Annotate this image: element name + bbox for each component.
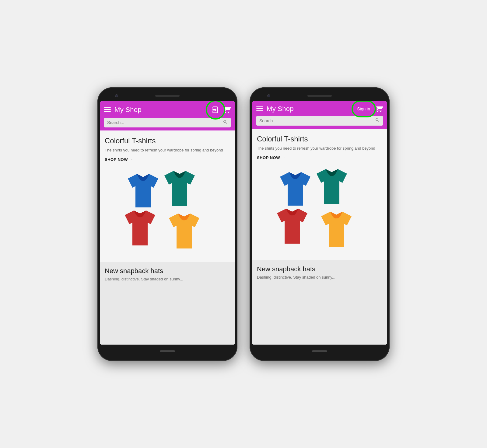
tshirts-image-area-2 bbox=[252, 163, 387, 260]
hero-title-2: Colorful T-shirts bbox=[257, 135, 382, 143]
phone-1-title-row: My Shop bbox=[104, 105, 231, 115]
search-bar[interactable] bbox=[104, 118, 231, 127]
phone-1-title-left: My Shop bbox=[104, 106, 142, 114]
phone-1-camera bbox=[115, 94, 118, 97]
app-title: My Shop bbox=[114, 106, 142, 114]
cart-icon-button[interactable] bbox=[223, 106, 231, 113]
cart-svg-2 bbox=[376, 105, 383, 113]
phone-1-bottom-bar bbox=[100, 346, 235, 357]
hamburger-menu-icon-2[interactable] bbox=[256, 106, 263, 111]
phone-2-speaker bbox=[307, 95, 332, 97]
phone-2-home-btn[interactable] bbox=[312, 350, 327, 352]
phone-1-header: My Shop bbox=[100, 101, 235, 130]
bottom-subtitle: Dashing, distinctive. Stay shaded on sun… bbox=[105, 277, 230, 281]
tshirts-image-area bbox=[100, 165, 235, 262]
phone-1-speaker bbox=[155, 95, 180, 97]
phone-1-actions bbox=[211, 105, 231, 115]
cart-icon-button-2[interactable] bbox=[376, 105, 383, 113]
signin-text-wrapper: Sign in bbox=[355, 105, 373, 113]
phone-1-top-bar bbox=[100, 92, 235, 100]
phone-2: My Shop Sign in bbox=[250, 87, 390, 361]
bottom-section: New snapback hats Dashing, distinctive. … bbox=[100, 262, 235, 345]
phone-1: My Shop bbox=[97, 87, 237, 361]
hero-title: Colorful T-shirts bbox=[105, 137, 230, 145]
login-svg-icon bbox=[212, 106, 219, 114]
phone-2-screen: My Shop Sign in bbox=[252, 101, 387, 345]
phone-2-content: Colorful T-shirts The shirts you need to… bbox=[252, 129, 387, 345]
phone-2-camera bbox=[267, 94, 270, 97]
bottom-title: New snapback hats bbox=[105, 267, 230, 275]
search-icon[interactable] bbox=[223, 120, 228, 126]
signin-text-button[interactable]: Sign in bbox=[355, 105, 373, 113]
tshirts-svg-2 bbox=[271, 166, 368, 257]
hero-subtitle: The shirts you need to refresh your ward… bbox=[105, 148, 230, 153]
signin-icon-button[interactable] bbox=[211, 105, 220, 115]
phone-2-title-row: My Shop Sign in bbox=[256, 105, 383, 113]
phone-2-bottom-bar bbox=[252, 346, 387, 357]
hero-section: Colorful T-shirts The shirts you need to… bbox=[100, 130, 235, 165]
phone-2-actions: Sign in bbox=[355, 105, 383, 113]
phone-2-header: My Shop Sign in bbox=[252, 101, 387, 129]
cart-svg bbox=[223, 106, 231, 113]
phone-1-home-btn[interactable] bbox=[160, 350, 175, 352]
phone-1-content: Colorful T-shirts The shirts you need to… bbox=[100, 130, 235, 345]
search-icon-2[interactable] bbox=[375, 118, 380, 124]
phone-2-top-bar bbox=[252, 92, 387, 100]
phone-2-title-left: My Shop bbox=[256, 105, 294, 113]
bottom-section-2: New snapback hats Dashing, distinctive. … bbox=[252, 260, 387, 345]
tshirts-svg bbox=[119, 168, 216, 259]
search-bar-2[interactable] bbox=[256, 116, 383, 126]
shop-now-button[interactable]: SHOP NOW → bbox=[105, 157, 230, 162]
signin-icon-wrapper bbox=[211, 105, 220, 115]
hamburger-menu-icon[interactable] bbox=[104, 107, 111, 112]
bottom-subtitle-2: Dashing, distinctive. Stay shaded on sun… bbox=[257, 275, 382, 280]
phone-1-screen: My Shop bbox=[100, 101, 235, 345]
search-input[interactable] bbox=[107, 120, 221, 125]
hero-subtitle-2: The shirts you need to refresh your ward… bbox=[257, 146, 382, 151]
phones-comparison: My Shop bbox=[97, 87, 390, 361]
search-input-2[interactable] bbox=[259, 118, 373, 123]
hero-section-2: Colorful T-shirts The shirts you need to… bbox=[252, 129, 387, 163]
bottom-title-2: New snapback hats bbox=[257, 265, 382, 273]
shop-now-button-2[interactable]: SHOP NOW → bbox=[257, 155, 382, 160]
app-title-2: My Shop bbox=[267, 105, 294, 113]
